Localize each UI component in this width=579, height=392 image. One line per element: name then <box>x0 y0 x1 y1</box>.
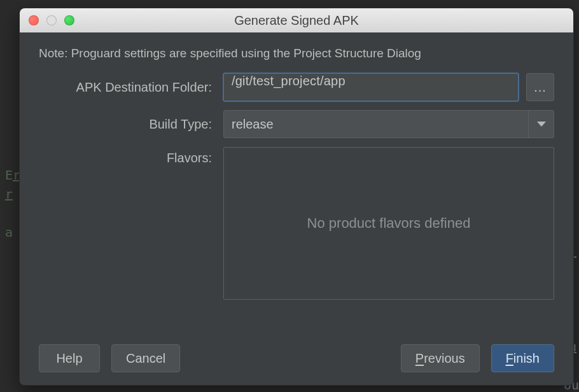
previous-button[interactable]: Previous <box>401 344 480 372</box>
flavors-row: Flavors: No product flavors defined <box>39 147 554 300</box>
flavors-label: Flavors: <box>39 147 223 169</box>
build-type-select[interactable]: release <box>223 110 554 138</box>
finish-mnemonic: F <box>506 351 513 366</box>
window-controls <box>29 15 74 25</box>
minimize-traffic-icon[interactable] <box>46 15 57 25</box>
titlebar: Generate Signed APK <box>20 8 573 32</box>
proguard-note: Note: Proguard settings are specified us… <box>39 46 554 60</box>
build-type-field-group: release <box>223 110 554 138</box>
close-traffic-icon[interactable] <box>29 15 39 25</box>
build-type-label: Build Type: <box>39 113 223 135</box>
destination-row: APK Destination Folder: /git/test_projec… <box>39 73 554 101</box>
cancel-button[interactable]: Cancel <box>111 344 180 372</box>
generate-signed-apk-dialog: Generate Signed APK Note: Proguard setti… <box>19 8 574 386</box>
flavors-field-group: No product flavors defined <box>223 147 554 300</box>
previous-rest: revious <box>424 351 464 366</box>
destination-field-group: /git/test_project/app ... <box>223 73 554 101</box>
dialog-body: Note: Proguard settings are specified us… <box>20 32 573 385</box>
destination-label: APK Destination Folder: <box>39 76 223 98</box>
button-bar: Help Cancel Previous Finish <box>39 332 554 372</box>
left-buttons: Help Cancel <box>39 344 180 372</box>
finish-button[interactable]: Finish <box>491 344 554 372</box>
previous-mnemonic: P <box>415 351 424 366</box>
window-title: Generate Signed APK <box>20 13 573 28</box>
build-type-value: release <box>232 117 274 132</box>
right-buttons: Previous Finish <box>401 344 554 372</box>
apk-destination-input[interactable]: /git/test_project/app <box>223 73 519 101</box>
flavors-empty-text: No product flavors defined <box>307 215 471 232</box>
help-button[interactable]: Help <box>39 344 100 372</box>
build-type-row: Build Type: release <box>39 110 554 138</box>
ellipsis-icon: ... <box>534 80 547 95</box>
finish-rest: inish <box>513 351 540 366</box>
zoom-traffic-icon[interactable] <box>64 15 74 25</box>
cancel-button-label: Cancel <box>126 351 165 366</box>
browse-button[interactable]: ... <box>526 73 554 101</box>
flavors-list[interactable]: No product flavors defined <box>223 147 554 300</box>
select-arrow-container <box>528 111 554 137</box>
chevron-down-icon <box>537 122 546 127</box>
help-button-label: Help <box>56 351 82 366</box>
